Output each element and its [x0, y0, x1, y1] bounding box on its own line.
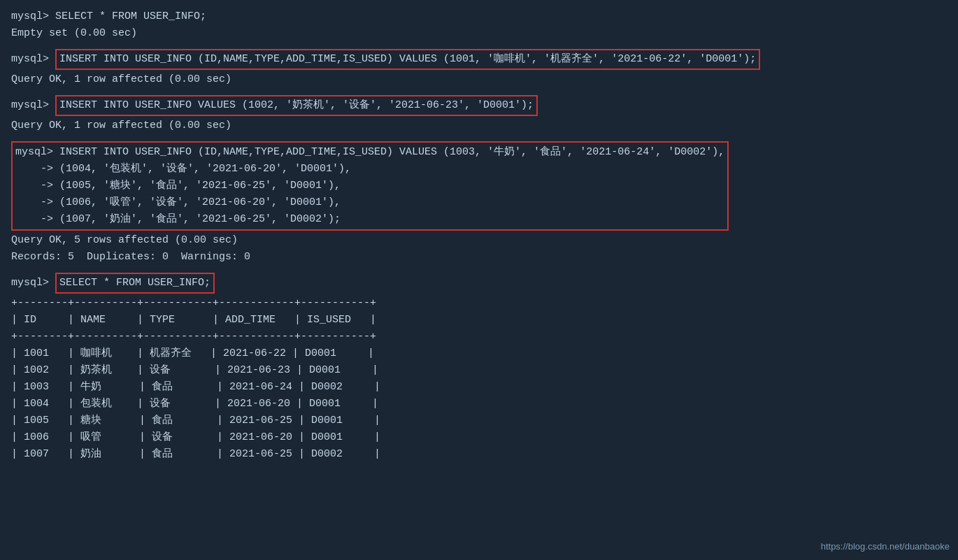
- line-records: Records: 5 Duplicates: 0 Warnings: 0: [11, 249, 947, 266]
- table-row-1005: | 1005 | 糖块 | 食品 | 2021-06-25 | D0001 |: [11, 412, 947, 429]
- multiline-line-1: mysql> INSERT INTO USER_INFO (ID,NAME,TY…: [15, 144, 724, 161]
- line-4: Query OK, 1 row affected (0.00 sec): [11, 71, 947, 88]
- multiline-line-4: -> (1006, '吸管', '设备', '2021-06-20', 'D00…: [15, 194, 724, 211]
- multiline-line-5: -> (1007, '奶油', '食品', '2021-06-25', 'D00…: [15, 211, 724, 228]
- prompt-3: mysql>: [11, 53, 55, 65]
- terminal: mysql> SELECT * FROM USER_INFO; Empty se…: [11, 8, 947, 463]
- multiline-line-2: -> (1004, '包装机', '设备', '2021-06-20', 'D0…: [15, 161, 724, 178]
- cmd-select-2: SELECT * FROM USER_INFO;: [55, 273, 215, 294]
- cmd-multi-4: -> (1006, '吸管', '设备', '2021-06-20', 'D00…: [15, 196, 341, 208]
- spacer-2: [11, 88, 947, 94]
- cmd-insert-2: INSERT INTO USER_INFO VALUES (1002, '奶茶机…: [55, 95, 538, 116]
- spacer-1: [11, 42, 947, 48]
- prompt-multi: mysql>: [15, 146, 59, 158]
- table-row-1002: | 1002 | 奶茶机 | 设备 | 2021-06-23 | D0001 |: [11, 362, 947, 379]
- cmd-multi-2: -> (1004, '包装机', '设备', '2021-06-20', 'D0…: [15, 163, 351, 175]
- line-5: mysql> INSERT INTO USER_INFO VALUES (100…: [11, 94, 947, 117]
- prompt-5: mysql>: [11, 99, 55, 111]
- prompt-select-2: mysql>: [11, 277, 55, 289]
- multiline-insert-block: mysql> INSERT INTO USER_INFO (ID,NAME,TY…: [11, 141, 729, 231]
- multiline-line-3: -> (1005, '糖块', '食品', '2021-06-25', 'D00…: [15, 178, 724, 194]
- cmd-multi-3: -> (1005, '糖块', '食品', '2021-06-25', 'D00…: [15, 180, 341, 192]
- line-2: Empty set (0.00 sec): [11, 25, 947, 42]
- line-1: mysql> SELECT * FROM USER_INFO;: [11, 8, 947, 25]
- cmd-multi-5: -> (1007, '奶油', '食品', '2021-06-25', 'D00…: [15, 213, 341, 225]
- table-border-mid: +--------+----------+-----------+-------…: [11, 329, 947, 345]
- cmd-1: SELECT * FROM USER_INFO;: [55, 10, 206, 22]
- line-3: mysql> INSERT INTO USER_INFO (ID,NAME,TY…: [11, 48, 947, 71]
- table-row-1006: | 1006 | 吸管 | 设备 | 2021-06-20 | D0001 |: [11, 429, 947, 446]
- cmd-insert-1: INSERT INTO USER_INFO (ID,NAME,TYPE,ADD_…: [55, 49, 760, 70]
- watermark: https://blog.csdn.net/duanbaoke: [821, 540, 950, 554]
- spacer-3: [11, 134, 947, 140]
- table-row-1007: | 1007 | 奶油 | 食品 | 2021-06-25 | D0002 |: [11, 446, 947, 463]
- table-border-top: +--------+----------+-----------+-------…: [11, 295, 947, 312]
- table-row-1001: | 1001 | 咖啡机 | 机器齐全 | 2021-06-22 | D0001…: [11, 345, 947, 362]
- table-row-1003: | 1003 | 牛奶 | 食品 | 2021-06-24 | D0002 |: [11, 379, 947, 396]
- prompt-1: mysql>: [11, 10, 55, 22]
- spacer-4: [11, 266, 947, 271]
- table-row-1004: | 1004 | 包装机 | 设备 | 2021-06-20 | D0001 |: [11, 396, 947, 412]
- line-select-2: mysql> SELECT * FROM USER_INFO;: [11, 271, 947, 295]
- line-query-ok-5: Query OK, 5 rows affected (0.00 sec): [11, 232, 947, 249]
- line-6: Query OK, 1 row affected (0.00 sec): [11, 117, 947, 134]
- table-header: | ID | NAME | TYPE | ADD_TIME | IS_USED …: [11, 312, 947, 329]
- cmd-multi-1: INSERT INTO USER_INFO (ID,NAME,TYPE,ADD_…: [59, 146, 724, 158]
